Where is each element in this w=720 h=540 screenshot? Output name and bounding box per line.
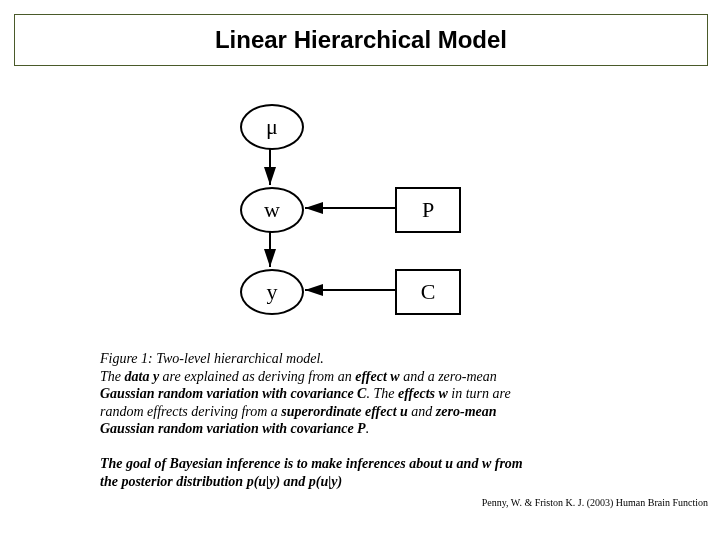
node-y-label: y	[267, 279, 278, 305]
cap3c: effects w	[398, 386, 448, 401]
cap2c: are explained as deriving from an	[159, 369, 355, 384]
cap3a: Gaussian random variation with covarianc…	[100, 386, 366, 401]
node-P: P	[395, 187, 461, 233]
node-w: w	[240, 187, 304, 233]
node-mu: μ	[240, 104, 304, 150]
slide: Linear Hierarchical Model μ w y	[0, 0, 720, 540]
node-P-label: P	[422, 197, 434, 223]
slide-title: Linear Hierarchical Model	[215, 26, 507, 54]
hierarchical-diagram: μ w y P C	[200, 100, 520, 330]
goal-line2: the posterior distribution p(u|y) and p(…	[100, 474, 342, 489]
cap4b: superordinate effect u	[281, 404, 408, 419]
node-y: y	[240, 269, 304, 315]
cap3d: in turn are	[448, 386, 511, 401]
cap4d: zero-mean	[436, 404, 497, 419]
title-bar: Linear Hierarchical Model	[14, 14, 708, 66]
goal-text: The goal of Bayesian inference is to mak…	[100, 455, 580, 490]
cap2d: effect w	[355, 369, 399, 384]
cap3b: . The	[366, 386, 398, 401]
cap2a: The	[100, 369, 125, 384]
cap5b: .	[366, 421, 370, 436]
goal-line1: The goal of Bayesian inference is to mak…	[100, 456, 523, 471]
node-w-label: w	[264, 197, 280, 223]
node-C: C	[395, 269, 461, 315]
cap5a: Gaussian random variation with covarianc…	[100, 421, 366, 436]
cap4c: and	[408, 404, 436, 419]
figure-caption: Figure 1: Two-level hierarchical model. …	[100, 350, 640, 438]
node-C-label: C	[421, 279, 436, 305]
cap4a: random effrects deriving from a	[100, 404, 281, 419]
caption-fig-label: Figure 1: Two-level hierarchical model.	[100, 351, 324, 366]
node-mu-label: μ	[266, 114, 278, 140]
cap2b: data y	[125, 369, 160, 384]
citation: Penny, W. & Friston K. J. (2003) Human B…	[482, 497, 708, 508]
cap2e: and a zero-mean	[400, 369, 497, 384]
